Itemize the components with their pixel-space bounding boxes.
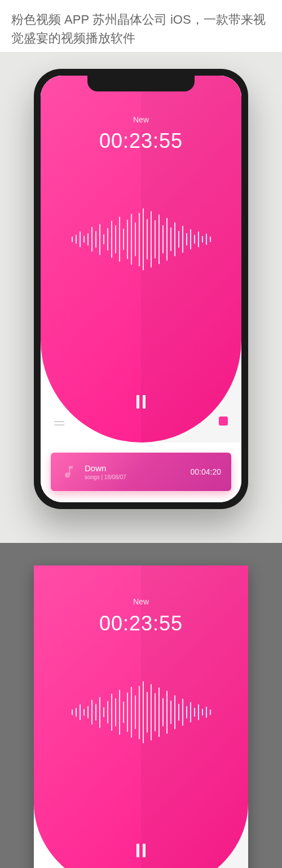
waveform-bar <box>95 231 96 248</box>
waveform-bar <box>151 684 152 740</box>
waveform-bar <box>76 235 77 244</box>
waveform-bar <box>158 214 160 264</box>
waveform-bar <box>76 708 77 717</box>
pause-icon <box>136 395 139 409</box>
music-note-icon <box>61 464 77 480</box>
waveform-bar <box>87 233 89 246</box>
waveform-bar <box>170 700 171 724</box>
flat-mockup-section: New 00:23:55 Down songs | 18/08/07 00:04… <box>0 543 282 868</box>
waveform-bar <box>206 234 207 245</box>
app-screen-mockup: New 00:23:55 Down <box>41 76 241 502</box>
waveform-bar <box>91 700 92 725</box>
waveform-bar <box>186 706 187 718</box>
pause-button[interactable] <box>136 395 146 409</box>
hamburger-icon <box>54 421 64 422</box>
waveform-bar <box>80 704 81 720</box>
waveform-bar <box>139 213 140 266</box>
waveform-bar <box>123 229 124 250</box>
waveform-bar <box>151 211 152 268</box>
hamburger-icon <box>54 424 64 426</box>
waveform-bar <box>131 687 132 738</box>
waveform-bar <box>182 699 183 726</box>
waveform-bar <box>210 236 211 242</box>
waveform-bar <box>91 227 92 252</box>
waveform-bar <box>135 222 136 256</box>
waveform-bar <box>202 236 203 243</box>
waveform-bar <box>99 697 100 728</box>
waveform-bar <box>194 235 195 244</box>
waveform-bar <box>111 694 112 731</box>
waveform-bar <box>202 709 203 716</box>
waveform-bar <box>107 228 108 251</box>
elapsed-timer: 00:23:55 <box>41 129 241 153</box>
waveform-bar <box>178 704 179 721</box>
track-meta: songs | 18/08/07 <box>85 474 191 480</box>
waveform-bar <box>87 706 89 718</box>
waveform-bar <box>119 217 120 262</box>
pause-button[interactable] <box>136 844 146 857</box>
track-info: Down songs | 18/08/07 <box>85 463 191 480</box>
waveform-bar <box>147 219 148 260</box>
now-playing-card[interactable]: Down songs | 18/08/07 00:04:20 <box>51 453 231 491</box>
audio-waveform[interactable] <box>51 678 231 746</box>
waveform-bar <box>83 709 85 716</box>
waveform-bar <box>174 695 175 729</box>
waveform-bar <box>166 218 168 261</box>
waveform-bar <box>115 698 116 726</box>
waveform-bar <box>155 220 156 258</box>
waveform-bar <box>107 701 108 724</box>
track-title: Down <box>85 463 191 473</box>
waveform-bar <box>174 222 175 256</box>
phone-mockup-section: New 00:23:55 Down <box>0 52 282 543</box>
waveform-bar <box>103 707 104 717</box>
elapsed-timer: 00:23:55 <box>34 612 248 635</box>
waveform-bar <box>162 698 164 726</box>
track-duration: 00:04:20 <box>191 467 222 476</box>
waveform-bar <box>119 690 120 735</box>
waveform-bar <box>143 681 144 743</box>
waveform-bar <box>123 702 124 723</box>
phone-notch <box>87 76 195 91</box>
waveform-bar <box>99 224 100 255</box>
pause-icon <box>136 844 139 857</box>
waveform-bar <box>162 225 164 253</box>
waveform-bar <box>143 208 144 270</box>
waveform-bar <box>131 214 132 265</box>
waveform-bar <box>103 234 104 244</box>
waveform-bar <box>72 236 73 242</box>
waveform-bar <box>194 708 195 717</box>
app-screen-flat: New 00:23:55 Down songs | 18/08/07 00:04… <box>34 565 248 868</box>
waveform-bar <box>166 691 168 734</box>
waveform-bar <box>111 221 112 258</box>
waveform-bar <box>95 704 96 721</box>
waveform-bar <box>147 692 148 733</box>
recording-status-label: New <box>41 115 241 124</box>
waveform-bar <box>127 692 128 732</box>
waveform-bar <box>182 226 183 253</box>
page-title: 粉色视频 APP 苏州晶体公司 iOS，一款带来视觉盛宴的视频播放软件 <box>0 0 282 52</box>
waveform-bar <box>83 236 85 243</box>
waveform-bar <box>198 704 199 720</box>
waveform-bar <box>80 231 81 247</box>
waveform-bar <box>155 693 156 731</box>
waveform-bar <box>198 231 199 247</box>
pause-icon <box>143 844 146 857</box>
waveform-bar <box>190 702 191 722</box>
pause-icon <box>143 395 146 409</box>
waveform-bar <box>190 229 191 249</box>
recording-status-label: New <box>34 597 248 606</box>
phone-screen: New 00:23:55 Down <box>41 76 241 502</box>
waveform-bar <box>72 709 73 715</box>
audio-waveform[interactable] <box>58 205 224 273</box>
waveform-bar <box>139 686 140 739</box>
menu-button[interactable] <box>54 421 64 426</box>
stop-button[interactable] <box>219 417 228 426</box>
waveform-bar <box>178 231 179 248</box>
waveform-bar <box>158 687 160 737</box>
waveform-bar <box>170 227 171 251</box>
waveform-bar <box>115 225 116 253</box>
waveform-bar <box>186 233 187 246</box>
waveform-bar <box>127 220 128 259</box>
waveform-bar <box>206 707 207 718</box>
phone-frame: New 00:23:55 Down <box>34 69 248 509</box>
